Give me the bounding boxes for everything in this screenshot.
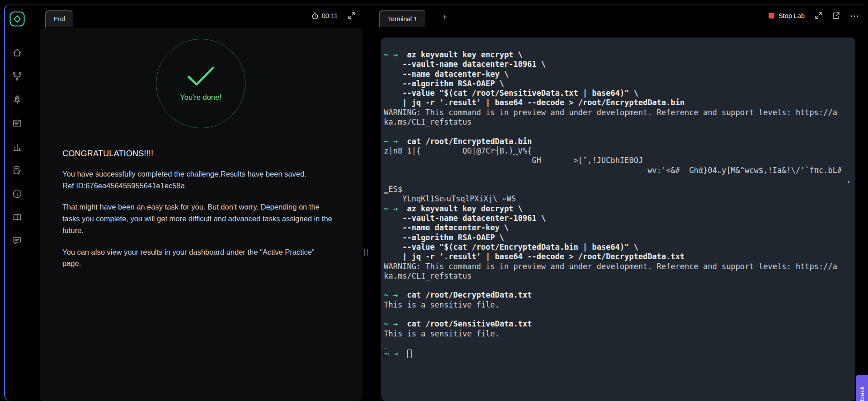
terminal-line: --algorithm RSA-OAEP \ <box>384 233 850 242</box>
terminal-line: --value "$(cat /root/EncryptedData.bin |… <box>384 242 850 252</box>
terminal-line: This is a sensitive file. <box>384 300 850 310</box>
congratulations-heading: CONGRATULATIONS!!!! <box>62 149 339 159</box>
terminal-line: ~ → az keyvault key decrypt \ <box>384 204 850 214</box>
challenge-panel-header: End 00:11 <box>40 6 362 28</box>
open-external-icon[interactable] <box>832 12 840 19</box>
done-label: You're done! <box>180 93 222 102</box>
rocket-icon[interactable] <box>12 95 22 105</box>
terminal-line: YLnqKl1Se⸗uTsqlPXiXj\_∘WS <box>384 194 850 204</box>
stop-lab-button[interactable]: Stop Lab <box>769 12 805 19</box>
terminal-line: ‗ĒS$ <box>384 185 850 194</box>
terminal-line: WARNING: This command is in preview and … <box>384 262 850 271</box>
terminal-line: | jq -r '.result' | base64 --decode > /r… <box>384 252 850 261</box>
result-paragraph: You have successfully completed the chal… <box>62 168 335 191</box>
end-button[interactable]: End <box>45 10 74 28</box>
terminal-panel-header: Terminal 1 + Stop Lab ⋯ <box>373 6 868 28</box>
expand-panel-icon[interactable] <box>348 12 355 19</box>
app-logo[interactable] <box>9 11 25 27</box>
stop-icon <box>769 13 774 19</box>
terminal-line: z|n8_1|{ QG|@7Cr┤B.)‿V%{ <box>384 146 850 156</box>
app-sidebar <box>5 11 29 246</box>
terminal-line <box>384 281 850 290</box>
terminal-line: , <box>384 175 850 185</box>
stopwatch-icon <box>311 12 319 19</box>
skill-tree-icon[interactable] <box>12 71 22 81</box>
terminal-output: ~ → az keyvault key encrypt \ --vault-na… <box>384 50 850 358</box>
terminal-line: --algorithm RSA-OAEP \ <box>384 79 850 89</box>
handbook-icon[interactable] <box>12 212 22 222</box>
terminal-tab[interactable]: Terminal 1 <box>379 10 426 28</box>
discussion-icon[interactable] <box>12 236 22 246</box>
home-icon[interactable] <box>12 48 22 58</box>
terminal-line: ka.ms/CLI_refstatus <box>384 117 850 127</box>
report-chart-icon[interactable] <box>12 142 22 152</box>
terminal-line: ka.ms/CLI_refstatus <box>384 271 850 281</box>
result-paragraph: That might have been an easy task for yo… <box>62 201 335 236</box>
terminal-cursor <box>407 350 412 358</box>
terminal-line: --name datacenter-key \ <box>384 223 850 233</box>
terminal-line: This is a sensitive file. <box>384 329 850 339</box>
terminal-line: ~ → az keyvault key encrypt \ <box>384 50 850 60</box>
terminal-line: | jq -r '.result' | base64 --decode > /r… <box>384 98 850 107</box>
success-badge: You're done! <box>156 39 245 128</box>
feedback-label: Feedback <box>859 386 865 401</box>
more-options-icon[interactable]: ⋯ <box>850 13 859 19</box>
expand-terminal-icon[interactable] <box>815 12 822 19</box>
info-icon[interactable] <box>12 189 22 199</box>
challenge-result-panel: You're done! CONGRATULATIONS!!!! You hav… <box>40 28 362 401</box>
new-terminal-button[interactable]: + <box>439 13 450 22</box>
terminal-window[interactable]: ~ → az keyvault key encrypt \ --vault-na… <box>381 37 855 401</box>
terminal-line: --name datacenter-key \ <box>384 70 850 79</box>
terminal-line: WARNING: This command is in preview and … <box>384 108 850 117</box>
result-paragraph: You can also view your results in your d… <box>62 247 335 270</box>
terminal-line: --value "$(cat /root/SensitiveData.txt |… <box>384 89 850 98</box>
timer-value: 00:11 <box>322 12 338 19</box>
terminal-line: GH >[″,!JUCbhIE0OJ <box>384 156 850 165</box>
terminal-line <box>384 127 850 136</box>
terminal-line: --vault-name datacenter-10961 \ <box>384 214 850 223</box>
terminal-line: ~ → cat /root/SensitiveData.txt <box>384 319 850 329</box>
exam-icon[interactable] <box>12 165 22 175</box>
terminal-line <box>384 310 850 319</box>
lab-timer: 00:11 <box>311 12 338 19</box>
panel-resize-handle[interactable] <box>364 248 369 257</box>
courses-icon[interactable] <box>12 118 22 128</box>
terminal-line: wv:'<&# Ghά}04ᵤy[M&^wcw$,!Ia&!\/'`fπc.bL… <box>384 166 850 175</box>
terminal-line: ~ → cat /root/DecryptedData.txt <box>384 290 850 300</box>
terminal-line <box>384 339 850 348</box>
terminal-line: --vault-name datacenter-10961 \ <box>384 60 850 69</box>
checkmark-icon <box>187 66 215 87</box>
terminal-line: ~ → <box>384 349 388 357</box>
terminal-line: ~ → cat /root/EncryptedData.bin <box>384 137 850 146</box>
feedback-tab[interactable]: Feedback <box>856 375 868 401</box>
